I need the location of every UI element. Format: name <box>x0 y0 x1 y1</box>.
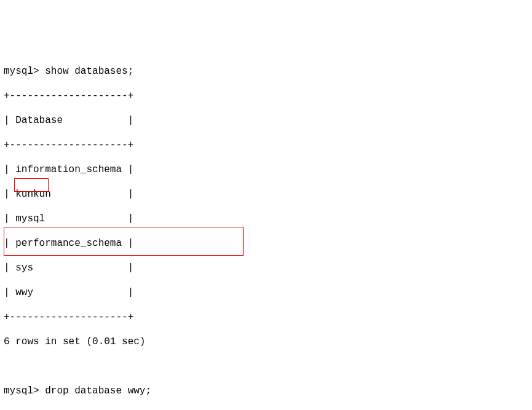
blank <box>4 360 528 373</box>
table-row: | sys | <box>4 262 528 274</box>
table-row: | performance_schema | <box>4 237 528 250</box>
table-row-wwy: | wwy | <box>4 286 528 299</box>
table-sep: +--------------------+ <box>4 311 528 323</box>
prompt: mysql> <box>4 385 39 396</box>
table-row: | information_schema | <box>4 164 528 176</box>
cmd-line-1: mysql> show databases; <box>4 65 528 77</box>
table-row: | kunkun | <box>4 188 528 200</box>
table-sep: +--------------------+ <box>4 139 528 151</box>
mysql-terminal[interactable]: mysql> show databases; +----------------… <box>4 53 528 410</box>
table-sep: +--------------------+ <box>4 90 528 102</box>
table-header: | Database | <box>4 114 528 127</box>
table-row: | mysql | <box>4 213 528 225</box>
summary-1: 6 rows in set (0.01 sec) <box>4 336 528 348</box>
cmd-line-2: mysql> drop database wwy; <box>4 385 528 397</box>
command-show-1: show databases; <box>45 66 133 77</box>
prompt: mysql> <box>4 66 39 77</box>
command-drop: drop database wwy; <box>45 385 151 396</box>
